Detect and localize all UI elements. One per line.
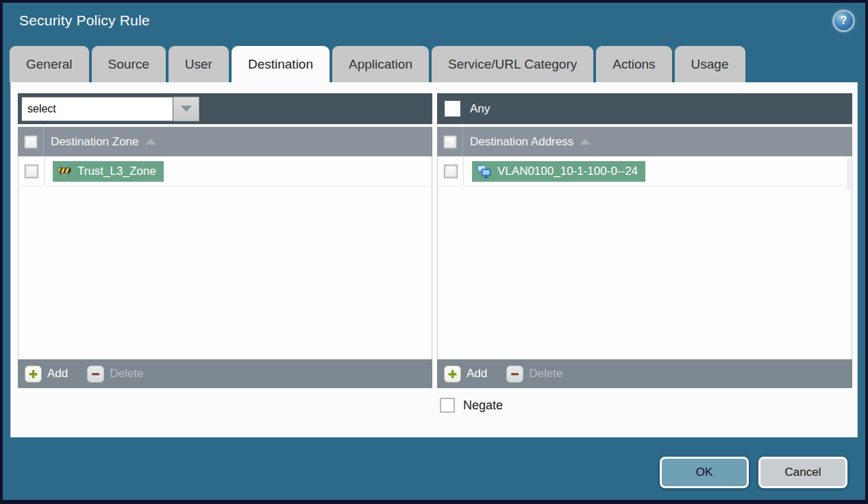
- screenshot-frame: Security Policy Rule ? General Source Us…: [0, 0, 868, 504]
- zone-select-all-checkbox[interactable]: [24, 135, 38, 149]
- zone-row: Trust_L3_Zone: [18, 156, 432, 187]
- tab-application[interactable]: Application: [332, 46, 429, 82]
- zone-panel-footer: Add Delete: [18, 359, 432, 388]
- plus-icon: [444, 365, 461, 383]
- vertical-scrollbar[interactable]: [847, 158, 851, 190]
- zone-row-checkbox[interactable]: [25, 165, 38, 178]
- any-label: Any: [470, 102, 490, 116]
- address-icon: [477, 165, 492, 178]
- chevron-down-icon: [181, 106, 192, 112]
- address-delete-button[interactable]: Delete: [506, 365, 562, 383]
- address-panel-footer: Add Delete: [437, 359, 852, 388]
- address-row-checkbox[interactable]: [444, 165, 458, 178]
- address-any-bar: Any: [437, 93, 852, 124]
- help-icon[interactable]: ?: [834, 12, 853, 30]
- sort-ascending-icon: [580, 139, 591, 145]
- address-column-header-label: Destination Address: [470, 135, 573, 149]
- address-column-header[interactable]: Destination Address: [463, 135, 591, 149]
- address-row: VLAN0100_10-1-100-0--24: [438, 156, 852, 187]
- zone-select-all-cell: [18, 127, 44, 156]
- tab-content-destination: Destination Zone: [10, 82, 858, 437]
- zone-grid-body: Trust_L3_Zone: [18, 156, 432, 359]
- zone-add-button[interactable]: Add: [25, 365, 68, 383]
- destination-zone-panel: Destination Zone: [18, 93, 432, 388]
- zone-column-header-label: Destination Zone: [51, 135, 139, 149]
- negate-label: Negate: [463, 398, 503, 413]
- address-item[interactable]: VLAN0100_10-1-100-0--24: [472, 161, 645, 182]
- tab-bar: General Source User Destination Applicat…: [10, 46, 745, 82]
- any-checkbox[interactable]: [445, 101, 460, 117]
- zone-filter-dropdown-button[interactable]: [173, 97, 199, 121]
- ok-button[interactable]: OK: [660, 457, 749, 488]
- zone-icon: [58, 165, 72, 178]
- destination-address-panel: Any Destination Address: [437, 93, 852, 388]
- dialog-title: Security Policy Rule: [19, 12, 150, 29]
- zone-delete-label: Delete: [110, 367, 143, 381]
- negate-checkbox[interactable]: [440, 398, 455, 413]
- address-row-checkbox-cell: [438, 156, 464, 186]
- tab-service-url-category[interactable]: Service/URL Category: [432, 46, 593, 82]
- plus-icon: [25, 365, 42, 383]
- tab-actions[interactable]: Actions: [596, 46, 671, 82]
- address-add-label: Add: [467, 367, 487, 381]
- address-select-all-cell: [437, 127, 463, 156]
- cancel-button[interactable]: Cancel: [758, 457, 847, 488]
- zone-filter-input[interactable]: [21, 97, 173, 121]
- zone-item-label: Trust_L3_Zone: [77, 165, 156, 178]
- security-policy-rule-dialog: Security Policy Rule ? General Source Us…: [3, 3, 865, 500]
- address-item-label: VLAN0100_10-1-100-0--24: [497, 165, 638, 178]
- address-select-all-checkbox[interactable]: [443, 135, 457, 149]
- zone-item[interactable]: Trust_L3_Zone: [53, 161, 164, 182]
- tab-general[interactable]: General: [10, 46, 89, 82]
- address-grid-body: VLAN0100_10-1-100-0--24: [437, 156, 852, 359]
- zone-delete-button[interactable]: Delete: [87, 365, 143, 383]
- tab-usage[interactable]: Usage: [675, 46, 745, 82]
- minus-icon: [506, 365, 523, 383]
- zone-column-header[interactable]: Destination Zone: [44, 135, 156, 149]
- address-add-button[interactable]: Add: [444, 365, 487, 383]
- negate-row: Negate: [440, 398, 503, 413]
- zone-grid-header: Destination Zone: [18, 127, 432, 156]
- tab-source[interactable]: Source: [92, 46, 166, 82]
- address-grid-header: Destination Address: [437, 127, 852, 156]
- address-delete-label: Delete: [529, 367, 562, 381]
- zone-filter-bar: [18, 93, 432, 124]
- tab-user[interactable]: User: [169, 46, 229, 82]
- minus-icon: [87, 365, 104, 383]
- title-bar: Security Policy Rule ?: [3, 3, 865, 44]
- tab-destination[interactable]: Destination: [232, 46, 330, 82]
- zone-row-checkbox-cell: [18, 156, 45, 186]
- sort-ascending-icon: [145, 139, 156, 145]
- zone-add-label: Add: [47, 367, 68, 381]
